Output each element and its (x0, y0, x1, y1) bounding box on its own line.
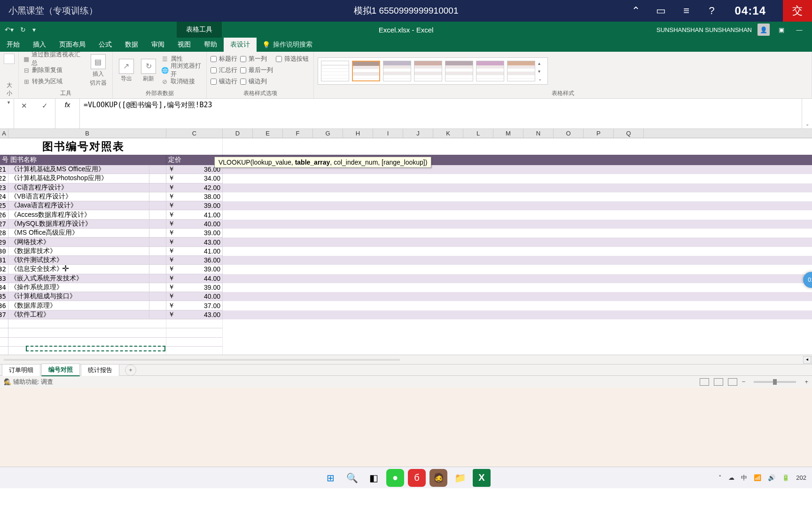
last-col-checkbox[interactable]: 最后一列 (240, 65, 273, 75)
tray-wifi-icon[interactable]: 📶 (754, 474, 761, 481)
empty-row[interactable] (0, 347, 812, 355)
cell-name[interactable]: 《网络技术》 (8, 238, 149, 246)
empty-row[interactable] (0, 319, 812, 328)
cell-id[interactable]: 21 (0, 165, 8, 174)
zoom-in-icon[interactable]: + (804, 378, 808, 385)
tab-review[interactable]: 审阅 (145, 38, 171, 52)
cancel-formula-icon[interactable]: ✕ (18, 101, 30, 111)
column-headers[interactable]: A B C D E F G H I J K L M N O P Q (0, 129, 812, 138)
tray-battery-icon[interactable]: 🔋 (782, 474, 789, 481)
sheet-tab-orders[interactable]: 订单明细 (2, 364, 40, 376)
cell-price[interactable]: ￥34.00 (166, 174, 223, 183)
name-box[interactable]: ▼ (0, 99, 14, 128)
col-header-C[interactable]: C (166, 129, 223, 138)
cell-spacer[interactable] (149, 220, 166, 229)
cell-spacer[interactable] (149, 301, 166, 310)
col-header-H[interactable]: H (343, 129, 373, 138)
cell-name[interactable]: 《嵌入式系统开发技术》 (8, 274, 149, 283)
accessibility-status[interactable]: 🕵 辅助功能: 调查 (4, 378, 53, 386)
minimize-icon[interactable]: — (793, 24, 805, 36)
gallery-scroll[interactable]: ▴▾⌄ (538, 61, 545, 81)
cell-spacer[interactable] (149, 183, 166, 192)
cell-price[interactable]: ￥39.00 (166, 283, 223, 292)
cell-id[interactable]: 25 (0, 201, 8, 210)
first-col-checkbox[interactable]: 第一列 (240, 54, 273, 64)
cell-id[interactable]: 22 (0, 174, 8, 183)
qat-more-icon[interactable]: ▾ (32, 26, 36, 33)
table-style-thumb[interactable] (445, 61, 473, 81)
cell-id[interactable]: 27 (0, 220, 8, 229)
col-header-K[interactable]: K (433, 129, 463, 138)
col-header-G[interactable]: G (313, 129, 343, 138)
fx-button[interactable]: fx (55, 99, 80, 128)
cell-price[interactable]: ￥43.00 (166, 310, 223, 319)
cell-id[interactable]: 36 (0, 301, 8, 310)
table-row[interactable]: 31《软件测试技术》￥36.00 (0, 256, 812, 265)
cell-price[interactable]: ￥39.00 (166, 265, 223, 274)
remove-duplicates-button[interactable]: ⊟删除重复值 (23, 65, 85, 75)
cell-name[interactable]: 《VB语言程序设计》 (8, 192, 149, 201)
table-row[interactable]: 34《操作系统原理》￥39.00 (0, 283, 812, 292)
table-style-thumb[interactable] (414, 61, 442, 81)
cell-id[interactable]: 24 (0, 192, 8, 201)
page-break-view-icon[interactable] (728, 378, 737, 386)
cell-name[interactable]: 《计算机基础及Photoshop应用》 (8, 174, 149, 183)
add-sheet-button[interactable]: + (125, 365, 136, 376)
unlink-button[interactable]: ⊘取消链接 (161, 76, 203, 87)
total-row-checkbox[interactable]: 汇总行 (211, 65, 237, 75)
cell-price[interactable]: ￥39.00 (166, 201, 223, 210)
excel-app-icon[interactable]: X (473, 469, 491, 487)
col-header-M[interactable]: M (493, 129, 523, 138)
cell-price[interactable]: ￥40.00 (166, 292, 223, 301)
list-icon[interactable]: ≡ (680, 5, 693, 17)
cell-name[interactable]: 《C语言程序设计》 (8, 183, 149, 192)
cell-price[interactable]: ￥36.00 (166, 256, 223, 265)
col-header-L[interactable]: L (463, 129, 493, 138)
col-header-E[interactable]: E (253, 129, 283, 138)
table-style-thumb-selected[interactable] (352, 61, 380, 81)
undo-icon[interactable]: ↶▾ (5, 26, 14, 33)
cell-name[interactable]: 《信息安全技术》 (8, 265, 149, 274)
cell-spacer[interactable] (149, 283, 166, 292)
cell-price[interactable]: ￥41.00 (166, 247, 223, 256)
header-row-checkbox[interactable]: 标题行 (211, 54, 237, 64)
col-header-Q[interactable]: Q (614, 129, 644, 138)
col-header-A[interactable]: A (0, 129, 8, 138)
col-header-F[interactable]: F (283, 129, 313, 138)
cell-name[interactable]: 《软件工程》 (8, 310, 149, 319)
cell-spacer[interactable] (149, 292, 166, 301)
cell-id[interactable]: 26 (0, 210, 8, 219)
cell-name[interactable]: 《MS Office高级应用》 (8, 229, 149, 238)
help-icon[interactable]: ? (706, 5, 718, 17)
cell-id[interactable]: 31 (0, 256, 8, 265)
table-row[interactable]: 28《MS Office高级应用》￥39.00 (0, 229, 812, 238)
submit-button[interactable]: 交 (783, 0, 812, 22)
table-row[interactable]: 27《MySQL数据库程序设计》￥40.00 (0, 220, 812, 229)
cell-name[interactable]: 《计算机基础及MS Office应用》 (8, 165, 149, 174)
sheet-tab-report[interactable]: 统计报告 (81, 364, 119, 376)
cell-id[interactable]: 28 (0, 229, 8, 238)
cell-price[interactable]: ￥38.00 (166, 192, 223, 201)
table-row[interactable]: 33《嵌入式系统开发技术》￥44.00 (0, 274, 812, 283)
horizontal-scrollbar[interactable]: ◂ (0, 355, 812, 364)
tab-view[interactable]: 视图 (171, 38, 197, 52)
table-row[interactable]: 36《数据库原理》￥37.00 (0, 301, 812, 310)
cell-spacer[interactable] (149, 201, 166, 210)
table-row[interactable]: 25《Java语言程序设计》￥39.00 (0, 201, 812, 210)
table-style-thumb[interactable] (383, 61, 411, 81)
file-explorer-icon[interactable]: 📁 (451, 469, 469, 487)
col-header-D[interactable]: D (223, 129, 253, 138)
summarize-pivot-button[interactable]: ▦通过数据透视表汇总 (23, 54, 85, 64)
col-header-P[interactable]: P (584, 129, 614, 138)
banded-cols-checkbox[interactable]: 镶边列 (240, 76, 273, 87)
avatar[interactable]: 👤 (757, 24, 770, 36)
table-row[interactable]: 26《Access数据库程序设计》￥41.00 (0, 210, 812, 219)
cell-id[interactable]: 33 (0, 274, 8, 283)
tab-table-design[interactable]: 表设计 (224, 38, 257, 52)
app-unknown-icon[interactable]: 🧔 (429, 469, 447, 487)
cell-id[interactable]: 23 (0, 183, 8, 192)
table-row[interactable]: 35《计算机组成与接口》￥40.00 (0, 292, 812, 301)
collapse-up-icon[interactable]: ⌃ (630, 5, 642, 17)
banded-rows-checkbox[interactable]: 镶边行 (211, 76, 237, 87)
export-button[interactable]: ↗导出 (117, 54, 136, 87)
